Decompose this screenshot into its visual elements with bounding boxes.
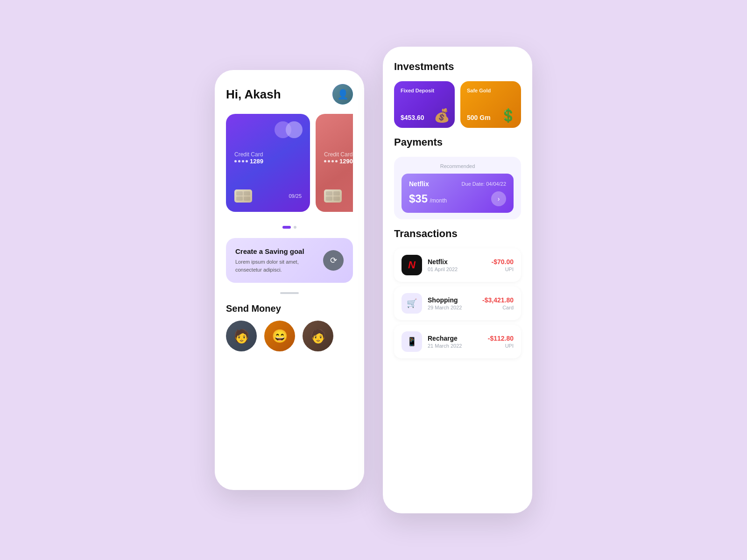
indicator-inactive — [294, 226, 296, 229]
schip-cell3 — [326, 196, 332, 201]
tx-recharge-name: Recharge — [428, 335, 482, 342]
tx-recharge-amount: -$112.80 — [488, 335, 514, 342]
header-row: Hi, Akash 👤 — [226, 84, 353, 105]
drag-bar — [280, 292, 299, 294]
avatar[interactable]: 👤 — [332, 84, 353, 105]
avatar-face: 👤 — [332, 84, 353, 105]
dot2 — [238, 160, 240, 162]
netflix-price: $35 — [409, 192, 428, 205]
payment-card: Recommended Netflix Due Date: 04/04/22 $… — [394, 157, 521, 219]
tx-recharge-method: UPI — [488, 343, 514, 349]
contact-3-icon: 🧑 — [310, 329, 326, 344]
netflix-n-letter: N — [408, 259, 416, 271]
card-dots-purple — [234, 160, 248, 162]
card-circles-purple — [275, 121, 303, 138]
contact-1[interactable]: 🧑 — [226, 321, 257, 351]
tx-shopping-name: Shopping — [428, 296, 477, 304]
contact-1-icon: 🧑 — [233, 329, 250, 344]
payments-title: Payments — [394, 136, 521, 148]
sdot2 — [328, 160, 330, 162]
transaction-recharge[interactable]: 📱 Recharge 21 March 2022 -$112.80 UPI — [394, 325, 521, 358]
tx-netflix-name: Netflix — [428, 258, 486, 266]
schip-cell1 — [326, 191, 332, 196]
fixed-deposit-label: Fixed Deposit — [401, 88, 448, 93]
tx-netflix-details: Netflix 01 April 2022 — [428, 258, 486, 272]
chip-cell3 — [236, 196, 243, 201]
schip-cell4 — [333, 196, 340, 201]
recharge-icon: 📱 — [402, 331, 422, 352]
left-phone: Hi, Akash 👤 Credit Card — [215, 70, 364, 490]
investments-title: Investments — [394, 61, 521, 73]
card-expiry-purple: 09/25 — [289, 193, 302, 199]
dot3 — [242, 160, 244, 162]
tx-recharge-date: 21 March 2022 — [428, 343, 482, 349]
cards-container: Credit Card 1289 — [226, 114, 353, 217]
saving-icon: ⟳ — [323, 250, 344, 271]
chip-cell4 — [244, 196, 250, 201]
card-bottom-purple: 09/25 — [234, 189, 302, 203]
tx-netflix-amount: -$70.00 — [492, 258, 514, 266]
dot1 — [234, 160, 237, 162]
tx-netflix-method: UPI — [492, 266, 514, 272]
investment-safe-gold[interactable]: Safe Gold 500 Gm 💲 — [460, 81, 521, 128]
recharge-phone-icon: 📱 — [407, 336, 417, 347]
card-type-salmon: Credit Card — [324, 151, 353, 158]
sdot4 — [335, 160, 338, 162]
investment-fixed-deposit[interactable]: Fixed Deposit $453.60 💰 — [394, 81, 455, 128]
chip-salmon — [324, 189, 342, 203]
card-number-purple: 1289 — [250, 158, 263, 165]
due-date: Due Date: 04/04/22 — [462, 181, 506, 187]
transaction-shopping[interactable]: 🛒 Shopping 29 March 2022 -$3,421.80 Card — [394, 287, 521, 320]
shopping-cart-icon: 🛒 — [407, 298, 417, 308]
chip-purple — [234, 189, 252, 203]
dot4 — [246, 160, 248, 162]
contacts-row: 🧑 😄 🧑 — [226, 321, 353, 351]
netflix-icon: N — [402, 255, 422, 275]
safe-gold-label: Safe Gold — [467, 88, 514, 93]
saving-goal-desc: Lorem ipsum dolor sit amet, consectetur … — [235, 258, 319, 273]
safe-gold-icon: 💲 — [500, 108, 516, 123]
contact-2-icon: 😄 — [272, 329, 288, 344]
netflix-month: /month — [430, 197, 447, 204]
chevron-button[interactable]: › — [491, 191, 506, 206]
card-purple[interactable]: Credit Card 1289 — [226, 114, 310, 212]
shopping-icon: 🛒 — [402, 293, 422, 314]
sdot1 — [324, 160, 326, 162]
schip-cell2 — [333, 191, 340, 196]
netflix-name: Netflix — [409, 180, 429, 188]
sdot3 — [331, 160, 334, 162]
send-money-section: Send Money 🧑 😄 🧑 — [226, 303, 353, 351]
card-dots-salmon — [324, 160, 338, 162]
card-number-row-purple: 1289 — [234, 158, 302, 165]
netflix-payment[interactable]: Netflix Due Date: 04/04/22 $35 /month › — [402, 174, 514, 213]
netflix-price-group: $35 /month — [409, 192, 447, 205]
card-number-row-salmon: 1290 — [324, 158, 353, 165]
saving-text: Create a Saving goal Lorem ipsum dolor s… — [235, 247, 319, 273]
indicator-active — [282, 226, 291, 229]
greeting: Hi, Akash — [226, 87, 281, 102]
right-phone: Investments Fixed Deposit $453.60 💰 Safe… — [383, 47, 532, 513]
tx-netflix-right: -$70.00 UPI — [492, 258, 514, 272]
fixed-deposit-icon: 💰 — [434, 108, 450, 123]
chip-cell2 — [244, 191, 250, 196]
tx-netflix-date: 01 April 2022 — [428, 266, 486, 272]
netflix-row2: $35 /month › — [409, 191, 506, 206]
transactions-title: Transactions — [394, 228, 521, 240]
netflix-row1: Netflix Due Date: 04/04/22 — [409, 180, 506, 188]
saving-goal-title: Create a Saving goal — [235, 247, 319, 255]
tx-shopping-details: Shopping 29 March 2022 — [428, 296, 477, 310]
recommended-label: Recommended — [402, 163, 514, 169]
transactions-list: N Netflix 01 April 2022 -$70.00 UPI 🛒 Sh… — [394, 248, 521, 358]
transaction-netflix[interactable]: N Netflix 01 April 2022 -$70.00 UPI — [394, 248, 521, 282]
send-money-title: Send Money — [226, 303, 353, 314]
tx-shopping-right: -$3,421.80 Card — [482, 296, 514, 310]
card-salmon[interactable]: Credit Card 1290 — [316, 114, 353, 212]
tx-shopping-date: 29 March 2022 — [428, 305, 477, 310]
saving-goal-card[interactable]: Create a Saving goal Lorem ipsum dolor s… — [226, 238, 353, 283]
card-bottom-salmon: 09/25 — [324, 189, 353, 203]
investments-cards: Fixed Deposit $453.60 💰 Safe Gold 500 Gm… — [394, 81, 521, 128]
card-number-salmon: 1290 — [339, 158, 353, 165]
tx-recharge-details: Recharge 21 March 2022 — [428, 335, 482, 349]
contact-2[interactable]: 😄 — [264, 321, 295, 351]
contact-3[interactable]: 🧑 — [303, 321, 333, 351]
